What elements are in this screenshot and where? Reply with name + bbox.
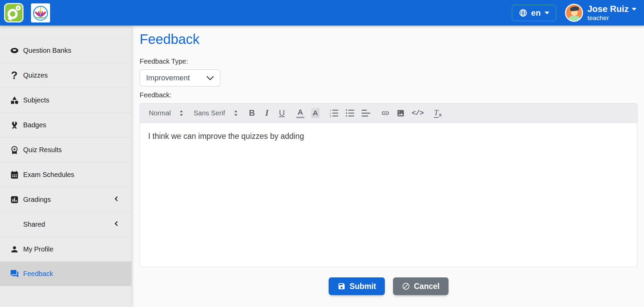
sidebar-item-label: Question Banks: [23, 47, 71, 54]
user-menu[interactable]: Jose Ruiz teacher: [565, 4, 637, 22]
language-selector[interactable]: en: [512, 5, 556, 21]
sidebar-item-quizzes[interactable]: ? Quizzes: [0, 63, 131, 87]
svg-text:3: 3: [330, 115, 331, 117]
topbar-right: en Jose Ruiz teacher: [512, 4, 637, 22]
subjects-icon: [10, 95, 19, 105]
lotus-school-logo-icon[interactable]: [31, 3, 50, 22]
editor-toolbar: Normal Sans Serif B I U A A: [140, 103, 637, 123]
qa-logo-small-ring: [16, 5, 21, 11]
sidebar: Question Banks ? Quizzes Subjects Badges: [0, 26, 131, 307]
sidebar-item-gradings[interactable]: Gradings: [0, 187, 131, 212]
sidebar-item-label: Subjects: [23, 96, 49, 104]
sidebar-item-label: Shared: [23, 221, 45, 228]
topbar: en Jose Ruiz teacher: [0, 0, 644, 26]
sidebar-item-label: Quiz Results: [23, 146, 62, 154]
sidebar-item-label: Badges: [23, 121, 46, 129]
sort-arrows-icon: [179, 110, 183, 116]
globe-icon: [519, 9, 528, 17]
sidebar-item-label: My Profile: [23, 245, 53, 253]
feedback-label: Feedback:: [140, 91, 638, 99]
exam-schedules-icon: [10, 170, 19, 179]
ban-icon: [402, 282, 410, 290]
feedback-type-label: Feedback Type:: [140, 58, 638, 65]
question-banks-icon: [10, 46, 19, 55]
save-icon: [337, 282, 346, 290]
badges-icon: [10, 120, 19, 130]
sidebar-item-shared[interactable]: Shared: [0, 212, 131, 237]
avatar: [565, 4, 583, 22]
feedback-type-select[interactable]: Improvement: [140, 69, 220, 86]
chevron-left-icon: [114, 196, 119, 203]
sort-arrows-icon: [234, 110, 238, 116]
sidebar-item-label: Gradings: [23, 196, 51, 204]
feedback-icon: [10, 269, 19, 279]
submit-button[interactable]: Submit: [329, 277, 385, 295]
image-button[interactable]: [396, 108, 405, 118]
qa-app-logo-icon[interactable]: [4, 3, 23, 22]
form-actions: Submit Cancel: [140, 277, 638, 295]
font-picker[interactable]: Sans Serif: [193, 109, 237, 117]
sidebar-item-label: Exam Schedules: [23, 171, 74, 179]
chevron-down-icon: [545, 12, 549, 14]
sidebar-item-quiz-results[interactable]: Quiz Results: [0, 137, 131, 162]
user-name: Jose Ruiz: [587, 4, 629, 14]
sidebar-item-label: Feedback: [23, 270, 53, 278]
chevron-down-icon: [632, 8, 637, 11]
user-text: Jose Ruiz teacher: [587, 4, 637, 22]
background-color-button[interactable]: A: [311, 108, 319, 118]
editor-text-area[interactable]: I think we can improve the quizzes by ad…: [140, 123, 637, 267]
code-button[interactable]: </>: [412, 108, 424, 118]
main-content: Feedback Feedback Type: Improvement Feed…: [131, 26, 644, 307]
sidebar-item-subjects[interactable]: Subjects: [0, 87, 131, 112]
link-button[interactable]: [381, 108, 390, 118]
user-role: teacher: [587, 14, 637, 22]
bullet-list-button[interactable]: [346, 108, 355, 118]
sidebar-item-badges[interactable]: Badges: [0, 112, 131, 137]
cancel-button[interactable]: Cancel: [393, 277, 448, 295]
sidebar-item-exam-schedules[interactable]: Exam Schedules: [0, 162, 131, 187]
sidebar-item-question-banks[interactable]: Question Banks: [0, 38, 131, 63]
paragraph-style-value: Normal: [149, 109, 171, 117]
text-color-button[interactable]: A: [296, 108, 304, 118]
sidebar-menu: Question Banks ? Quizzes Subjects Badges: [0, 38, 131, 286]
editor-content: I think we can improve the quizzes by ad…: [148, 132, 629, 141]
clean-format-button[interactable]: Tx: [434, 108, 442, 118]
language-code: en: [531, 8, 541, 18]
underline-button[interactable]: U: [278, 108, 286, 118]
align-button[interactable]: [362, 108, 371, 118]
rich-text-editor: Normal Sans Serif B I U A A: [140, 103, 638, 267]
feedback-type-value: Improvement: [146, 74, 190, 82]
gradings-icon: [10, 195, 19, 204]
page-title: Feedback: [140, 31, 638, 47]
bold-button[interactable]: B: [248, 108, 256, 118]
shared-icon-placeholder: [10, 220, 19, 229]
my-profile-icon: [10, 244, 19, 254]
quiz-results-icon: [10, 145, 19, 155]
font-value: Sans Serif: [193, 109, 225, 117]
chevron-left-icon: [114, 221, 119, 228]
sidebar-item-feedback[interactable]: Feedback: [0, 261, 131, 286]
paragraph-style-picker[interactable]: Normal: [149, 109, 183, 117]
sidebar-item-label: Quizzes: [23, 71, 48, 79]
sidebar-item-my-profile[interactable]: My Profile: [0, 237, 131, 261]
quizzes-icon: ?: [10, 70, 19, 80]
brand: [4, 0, 50, 26]
italic-button[interactable]: I: [263, 108, 271, 118]
chevron-down-icon: [206, 76, 214, 80]
ordered-list-button[interactable]: 1 2 3: [330, 108, 339, 118]
